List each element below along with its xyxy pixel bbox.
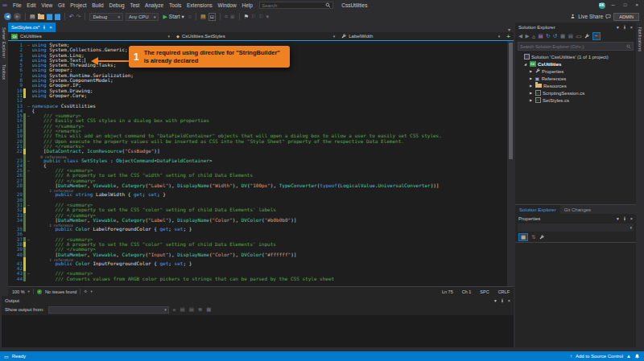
tool-strip-tab-toolbox[interactable]: Toolbox <box>2 59 6 81</box>
editor-scrollbar[interactable] <box>507 41 514 286</box>
expander-icon[interactable]: ◢ <box>523 62 527 66</box>
menu-test[interactable]: Test <box>127 2 142 8</box>
goto-next-message-icon[interactable]: ▤ <box>189 306 194 313</box>
zoom-chevron-icon[interactable]: ▾ <box>28 289 30 293</box>
refresh-icon[interactable]: ↻ <box>546 33 550 39</box>
properties-wrench-icon[interactable] <box>584 34 589 39</box>
menu-help[interactable]: Help <box>239 2 255 8</box>
word-wrap-icon[interactable]: ▦ <box>206 306 211 313</box>
code-area[interactable]: 1−using System;2using System.Collections… <box>8 41 514 286</box>
tree-item-references[interactable]: ▶▣References <box>515 75 636 82</box>
code-view-icon[interactable]: <> <box>576 34 582 39</box>
tool-strip-tab-server-explorer[interactable]: Server Explorer <box>2 23 6 59</box>
breadcrumb-item-2[interactable]: LabelWidth▾ <box>338 34 503 39</box>
categorized-icon[interactable]: ▦ <box>518 233 528 241</box>
pin-icon[interactable] <box>622 25 627 30</box>
menu-view[interactable]: View <box>39 2 56 8</box>
split-view-plus-icon[interactable]: + <box>503 33 514 40</box>
new-project-icon[interactable]: ▤ <box>30 12 35 21</box>
tab-list-chevron-icon[interactable]: ▾ <box>508 27 514 32</box>
close-icon[interactable]: × <box>630 216 633 221</box>
tree-item-properties[interactable]: ▶Properties <box>515 68 636 75</box>
indent-increase-icon[interactable]: ≣ <box>230 12 235 21</box>
expander-icon[interactable]: ▶ <box>529 76 533 80</box>
close-icon[interactable]: × <box>508 298 510 303</box>
scrollbar-thumb[interactable] <box>509 43 513 159</box>
global-search-box[interactable] <box>259 2 333 9</box>
menu-edit[interactable]: Edit <box>24 2 39 8</box>
menu-window[interactable]: Window <box>215 2 239 8</box>
settings-gear-icon[interactable]: ⚙ <box>84 289 87 293</box>
feedback-icon[interactable] <box>605 14 611 19</box>
undo-icon[interactable]: ↶ <box>69 12 74 21</box>
clear-all-icon[interactable]: ≣ <box>198 306 202 313</box>
sync-with-active-document-icon[interactable]: ↺ <box>553 33 557 39</box>
platform-dropdown[interactable]: Any CPU▾ <box>126 13 159 21</box>
profiler-icon[interactable]: ○ <box>188 12 192 21</box>
bookmark-next-icon[interactable]: ⚐ <box>258 12 263 21</box>
tree-item-scriptingsession-cs[interactable]: ▶C#ScriptingSession.cs <box>515 89 636 96</box>
bell-icon[interactable] <box>634 354 640 359</box>
output-source-dropdown[interactable]: ▾ <box>48 306 169 314</box>
expander-icon[interactable]: ▶ <box>529 91 533 95</box>
close-icon[interactable]: × <box>630 25 633 30</box>
live-share-button[interactable]: Live Share <box>578 14 603 19</box>
find-message-icon[interactable]: ≡ <box>173 307 176 313</box>
menu-extensions[interactable]: Extensions <box>184 2 216 8</box>
pin-icon[interactable] <box>622 216 627 221</box>
breadcrumb-item-0[interactable]: C#CsUtilities▾ <box>8 34 173 39</box>
bookmark-icon[interactable]: ⚑ <box>244 12 249 21</box>
avatar[interactable]: RK <box>599 2 605 9</box>
open-folder-icon[interactable] <box>38 14 44 19</box>
menu-project[interactable]: Project <box>68 2 89 8</box>
menu-git[interactable]: Git <box>56 2 68 8</box>
show-all-files-icon[interactable]: ▤ <box>568 33 573 39</box>
forward-icon[interactable]: ▶ <box>14 13 21 20</box>
home-icon[interactable]: ⌂ <box>532 34 535 39</box>
properties-object-dropdown[interactable]: ▾ <box>518 224 634 232</box>
tool-strip-tab-notifications[interactable]: Notifications <box>638 23 642 53</box>
indent-decrease-icon[interactable]: ≡ <box>225 12 228 21</box>
search-input[interactable] <box>260 2 325 8</box>
bookmark-prev-icon[interactable]: ⚐ <box>251 12 256 21</box>
settings-chevron-icon[interactable]: ▾ <box>90 289 92 293</box>
background-tasks-icon[interactable]: ▭ <box>4 354 9 359</box>
solution-search-input[interactable] <box>518 44 626 49</box>
screenshot-icon[interactable]: ⊡ <box>208 13 216 21</box>
tab-close-icon[interactable]: × <box>49 25 52 30</box>
close-button[interactable]: × <box>633 0 641 10</box>
menu-tools[interactable]: Tools <box>167 2 184 8</box>
document-tab-setstyles[interactable]: SetStyles.cs* × <box>8 23 56 32</box>
property-pages-wrench-icon[interactable] <box>539 235 544 240</box>
menu-analyze[interactable]: Analyze <box>142 2 167 8</box>
nest-icon[interactable]: ▦ <box>560 33 565 39</box>
solution-explorer-search[interactable] <box>518 42 634 51</box>
add-to-source-control-button[interactable]: Add to Source Control <box>576 354 623 359</box>
zoom-level[interactable]: 100 % <box>12 289 25 294</box>
save-icon[interactable] <box>47 14 52 20</box>
save-all-icon[interactable] <box>55 14 60 20</box>
back-icon[interactable]: ◀ <box>518 33 522 39</box>
expander-icon[interactable]: ▶ <box>529 98 533 102</box>
chevron-down-icon[interactable]: ▾ <box>617 216 619 221</box>
chevron-down-icon[interactable]: ▾ <box>617 25 619 30</box>
switch-views-icon[interactable]: ▤ <box>538 33 543 39</box>
issues-status[interactable]: No issues found <box>45 289 76 294</box>
menu-build[interactable]: Build <box>89 2 106 8</box>
goto-prev-message-icon[interactable]: ▤ <box>180 306 185 313</box>
menu-debug[interactable]: Debug <box>106 2 127 8</box>
expander-icon[interactable]: ▶ <box>529 69 533 73</box>
forward-icon[interactable]: ▶ <box>526 33 530 39</box>
collapse-all-icon[interactable]: − <box>592 32 601 40</box>
tree-item-csutilities[interactable]: ◢C#CsUtilities <box>515 60 636 68</box>
chevron-down-icon[interactable]: ▾ <box>494 298 497 303</box>
pin-icon[interactable] <box>42 25 47 30</box>
pin-icon[interactable] <box>500 298 505 303</box>
toolbar-overflow-icon[interactable]: ▾ <box>266 12 270 21</box>
redo-icon[interactable]: ↷ <box>76 12 81 21</box>
tree-item-setstyles-cs[interactable]: ▶C#SetStyles.cs <box>515 96 636 104</box>
breadcrumb-item-1[interactable]: ◆CsUtilities.SetStyles▾ <box>173 34 338 39</box>
start-button[interactable]: ▶Start▾ <box>161 12 185 21</box>
minimize-button[interactable]: ─ <box>609 0 617 10</box>
debug-config-dropdown[interactable]: Debug▾ <box>89 13 123 21</box>
